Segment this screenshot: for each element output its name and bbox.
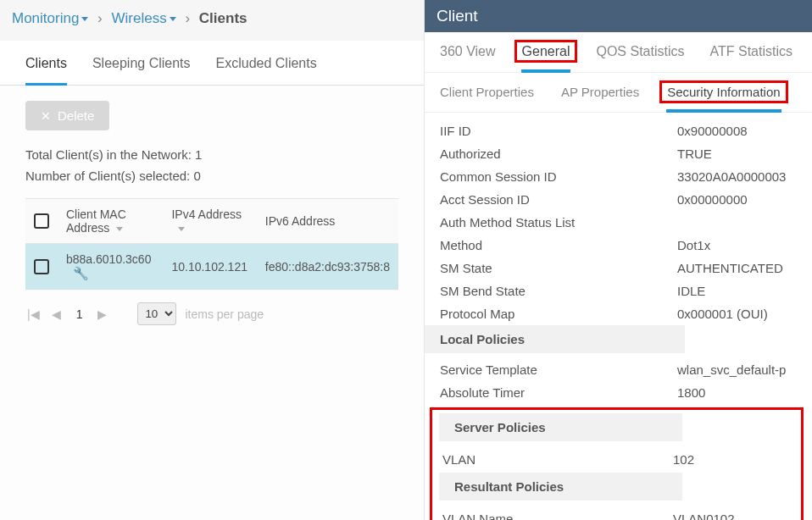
tab-client-properties[interactable]: Client Properties <box>440 85 534 112</box>
kv-row: Protocol Map0x000001 (OUI) <box>425 302 812 325</box>
kv-row: Absolute Timer1800 <box>425 381 812 404</box>
header-ipv6[interactable]: IPv6 Address <box>257 199 398 244</box>
pager-current: 1 <box>71 307 88 321</box>
total-label: Total Client(s) in the Network: <box>25 147 192 162</box>
header-checkbox[interactable] <box>25 199 58 244</box>
cell-mac: b88a.6010.3c60 🔧 <box>58 244 163 290</box>
kv-row: VLAN NameVLAN0102 <box>432 506 801 520</box>
breadcrumb: Monitoring › Wireless › Clients <box>0 0 424 41</box>
pager-pagesize-select[interactable]: 10 <box>137 302 176 325</box>
pager-pagesize-label: items per page <box>185 307 264 321</box>
breadcrumb-wireless[interactable]: Wireless <box>112 10 176 26</box>
header-ipv4[interactable]: IPv4 Address <box>163 199 256 244</box>
kv-row: AuthorizedTRUE <box>425 142 812 165</box>
chevron-down-icon <box>178 227 185 231</box>
chevron-down-icon <box>170 17 176 21</box>
tab-clients[interactable]: Clients <box>25 56 67 86</box>
pager-prev[interactable]: ◀ <box>50 307 63 321</box>
table-row[interactable]: b88a.6010.3c60 🔧 10.10.102.121 fe80::d8a… <box>25 244 398 290</box>
row-checkbox[interactable] <box>25 244 58 290</box>
kv-row: Auth Method Status List <box>425 211 812 234</box>
tab-qos-statistics[interactable]: QOS Statistics <box>596 44 684 72</box>
sub-tabs: Clients Sleeping Clients Excluded Client… <box>0 41 424 86</box>
client-tabs-secondary: Client Properties AP Properties Security… <box>425 73 812 113</box>
breadcrumb-separator: › <box>185 10 190 26</box>
tab-atf-statistics[interactable]: ATF Statistics <box>709 44 793 72</box>
tab-ap-properties[interactable]: AP Properties <box>561 85 639 112</box>
tab-general[interactable]: General <box>521 44 571 73</box>
kv-row: SM StateAUTHENTICATED <box>425 257 812 279</box>
clients-table-wrap: Client MAC Address IPv4 Address IPv6 Add… <box>0 198 424 290</box>
kv-row: SM Bend StateIDLE <box>425 279 812 302</box>
breadcrumb-current: Clients <box>199 10 247 26</box>
left-panel: Monitoring › Wireless › Clients Clients … <box>0 0 424 520</box>
pager-next[interactable]: ▶ <box>96 307 108 321</box>
selected-value: 0 <box>193 169 200 183</box>
header-mac[interactable]: Client MAC Address <box>58 199 163 244</box>
kv-row: Acct Session ID0x00000000 <box>425 188 812 211</box>
breadcrumb-monitoring[interactable]: Monitoring <box>12 10 88 26</box>
kv-row: VLAN102 <box>432 446 801 473</box>
kv-row: Service Templatewlan_svc_default-p <box>425 358 812 381</box>
section-resultant-policies: Resultant Policies <box>439 473 682 501</box>
delete-button-label: Delete <box>58 108 94 123</box>
clients-table: Client MAC Address IPv4 Address IPv6 Add… <box>25 198 398 290</box>
client-tabs-primary: 360 View General QOS Statistics ATF Stat… <box>425 32 812 73</box>
cell-ipv6: fe80::d8a2:dc93:3758:8 <box>257 244 398 290</box>
kv-row: IIF ID0x90000008 <box>425 119 812 142</box>
panel-title: Client <box>425 0 812 32</box>
close-icon: ✕ <box>41 110 51 122</box>
wrench-icon[interactable]: 🔧 <box>73 266 89 281</box>
tab-secinfo-highlight: Security Information <box>659 80 787 103</box>
kv-row: Common Session ID33020A0A0000003 <box>425 165 812 188</box>
total-value: 1 <box>195 147 202 162</box>
stats: Total Client(s) in the Network: 1 Number… <box>0 136 424 198</box>
section-local-policies: Local Policies <box>425 325 685 353</box>
breadcrumb-separator: › <box>97 10 103 26</box>
checkbox-icon <box>34 213 49 229</box>
chevron-down-icon <box>81 17 88 21</box>
selected-label: Number of Client(s) selected: <box>25 169 190 183</box>
tab-general-highlight: General <box>514 40 578 63</box>
policies-highlight: Server Policies VLAN102 Resultant Polici… <box>430 407 804 520</box>
detail-pane: IIF ID0x90000008 AuthorizedTRUE Common S… <box>425 113 812 520</box>
tab-360-view[interactable]: 360 View <box>440 44 496 72</box>
chevron-down-icon <box>116 227 123 231</box>
toolbar: ✕ Delete <box>0 86 424 136</box>
tab-sleeping-clients[interactable]: Sleeping Clients <box>92 56 191 85</box>
checkbox-icon <box>34 259 49 274</box>
tab-security-information[interactable]: Security Information <box>666 85 781 113</box>
tab-excluded-clients[interactable]: Excluded Clients <box>216 56 317 85</box>
section-server-policies: Server Policies <box>439 413 682 441</box>
kv-row: MethodDot1x <box>425 234 812 257</box>
cell-ipv4: 10.10.102.121 <box>163 244 256 290</box>
delete-button[interactable]: ✕ Delete <box>25 101 109 130</box>
pager: |◀ ◀ 1 ▶ 10 items per page <box>0 290 424 337</box>
pager-first[interactable]: |◀ <box>25 307 42 321</box>
right-panel: Client 360 View General QOS Statistics A… <box>424 0 812 520</box>
